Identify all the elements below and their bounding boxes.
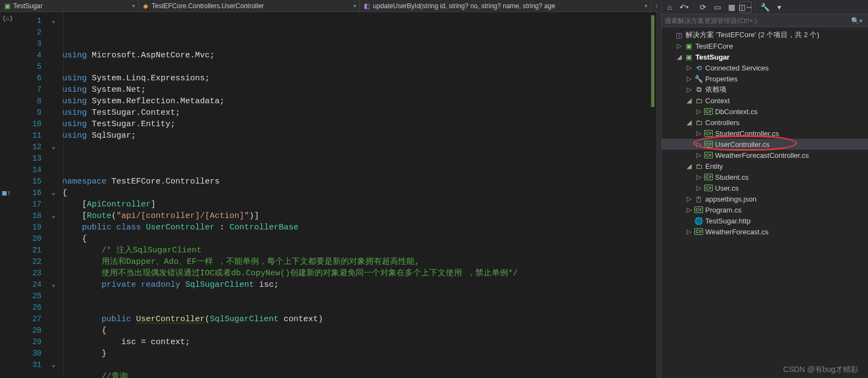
expand-toggle-icon[interactable]: ◢ bbox=[686, 97, 692, 104]
code-line[interactable]: [ApiController] bbox=[62, 199, 649, 210]
code-line[interactable]: //查询 bbox=[62, 371, 649, 378]
fold-toggle[interactable] bbox=[51, 210, 62, 222]
expand-toggle-icon[interactable]: ▷ bbox=[695, 108, 702, 115]
more-button[interactable]: ▾ bbox=[773, 1, 785, 13]
tree-node[interactable]: ▷⧉依赖项 bbox=[662, 84, 868, 95]
code-line[interactable]: using TestSugar.Context; bbox=[62, 107, 649, 119]
code-line[interactable]: public class UserController : Controller… bbox=[62, 222, 649, 233]
code-line[interactable]: using SqlSugar; bbox=[62, 130, 649, 141]
split-editor-button[interactable]: ⫞ bbox=[651, 2, 661, 10]
breadcrumb-method[interactable]: ◧ updateUserById(string id, string? no, … bbox=[360, 0, 651, 11]
properties-button[interactable]: 🔧 bbox=[759, 1, 771, 13]
tree-node[interactable]: 🌐TestSugar.http bbox=[662, 215, 868, 226]
tree-node[interactable]: ▷⟲Connected Services bbox=[662, 62, 868, 73]
code-line[interactable] bbox=[62, 61, 649, 73]
expand-toggle-icon[interactable]: ▷ bbox=[695, 173, 702, 181]
tree-node[interactable]: ◫解决方案 'TestEFCore' (2 个项目，共 2 个) bbox=[662, 29, 868, 40]
code-line[interactable]: using System.Linq.Expressions; bbox=[62, 73, 649, 84]
dependencies-icon: ⧉ bbox=[694, 85, 703, 94]
fold-toggle[interactable] bbox=[51, 279, 62, 291]
tree-node[interactable]: ▷▣TestEFCore bbox=[662, 40, 868, 51]
code-line[interactable] bbox=[62, 291, 649, 302]
code-line[interactable]: { bbox=[62, 325, 649, 336]
expand-toggle-icon[interactable]: ▷ bbox=[686, 195, 692, 203]
code-line[interactable] bbox=[62, 153, 649, 164]
code-line[interactable] bbox=[62, 359, 649, 371]
fold-toggle[interactable] bbox=[51, 187, 62, 199]
view-switch-button[interactable]: ◫↔ bbox=[740, 1, 752, 13]
breadcrumb-project[interactable]: ▣ TestSugar ▾ bbox=[0, 0, 139, 11]
code-line[interactable]: } bbox=[62, 348, 649, 359]
line-number-gutter[interactable]: 1234567891011121314151617181920212223242… bbox=[15, 12, 51, 378]
expand-toggle-icon[interactable]: ▷ bbox=[686, 75, 692, 82]
search-dropdown-icon[interactable]: 🔍▾ bbox=[849, 17, 865, 25]
tree-node[interactable]: ▷C#DbContext.cs bbox=[662, 106, 868, 117]
change-marker bbox=[651, 38, 654, 50]
tree-node[interactable]: ▷C#WeatherForecastController.cs bbox=[662, 150, 868, 161]
code-line[interactable]: /* 注入SqlSugarClient bbox=[62, 245, 649, 256]
code-line[interactable] bbox=[62, 302, 649, 314]
code-content[interactable]: using Microsoft.AspNetCore.Mvc;using Sys… bbox=[62, 12, 649, 378]
tree-node[interactable]: ▷🔧Properties bbox=[662, 73, 868, 84]
expand-toggle-icon[interactable]: ▷ bbox=[695, 140, 702, 148]
solution-tree[interactable]: ◫解决方案 'TestEFCore' (2 个项目，共 2 个)▷▣TestEF… bbox=[662, 27, 868, 378]
tree-node[interactable]: ▷C#User.cs bbox=[662, 182, 868, 193]
home-button[interactable]: ⌂ bbox=[664, 1, 676, 13]
tree-node[interactable]: ▷C#UserController.cs bbox=[662, 139, 868, 150]
code-line[interactable]: namespace TestEFCore.Controllers bbox=[62, 176, 649, 187]
expand-toggle-icon[interactable]: ▷ bbox=[676, 42, 682, 50]
history-icon: ↶ bbox=[680, 3, 686, 11]
expand-toggle-icon[interactable]: ▷ bbox=[686, 64, 692, 72]
reference-glyph-icon[interactable]: ◙↑ bbox=[2, 189, 12, 199]
sync-button[interactable]: ⟳ bbox=[697, 1, 709, 13]
tree-node[interactable]: ◢🗀Context bbox=[662, 95, 868, 106]
tree-node[interactable]: ◢🗀Entity bbox=[662, 161, 868, 172]
chevron-down-icon: ▾ bbox=[642, 3, 647, 9]
tree-node-label: Entity bbox=[705, 162, 723, 170]
code-line[interactable]: public UserController(SqlSugarClient con… bbox=[62, 314, 649, 325]
editor-scrollbar[interactable] bbox=[657, 12, 661, 378]
expand-toggle-icon[interactable]: ◢ bbox=[676, 53, 682, 61]
csharp-file-icon: C# bbox=[704, 141, 713, 147]
code-line[interactable]: { bbox=[62, 233, 649, 245]
tree-node[interactable]: ◢▣TestSugar bbox=[662, 51, 868, 62]
solution-explorer-search[interactable]: 🔍▾ bbox=[662, 14, 868, 27]
code-line[interactable]: 用法和Dapper、Ado、EF一样 ，不能单例，每个上下文都要是新的对象拥有超… bbox=[62, 256, 649, 268]
code-line[interactable] bbox=[62, 164, 649, 176]
back-history-button[interactable]: ↶▾ bbox=[678, 1, 690, 13]
code-line[interactable]: using System.Reflection.Metadata; bbox=[62, 96, 649, 107]
fold-column[interactable] bbox=[51, 12, 62, 378]
expand-toggle-icon[interactable]: ◢ bbox=[686, 162, 692, 170]
tree-node[interactable]: ▷⍞appsettings.json bbox=[662, 193, 868, 204]
code-line[interactable]: using Microsoft.AspNetCore.Mvc; bbox=[62, 50, 649, 61]
code-line[interactable] bbox=[62, 141, 649, 153]
expand-toggle-icon[interactable]: ◢ bbox=[686, 119, 692, 126]
tree-node[interactable]: ▷C#WeatherForecast.cs bbox=[662, 226, 868, 237]
code-line[interactable]: 使用不当出现偶发错误通过IOC或者db.CopyNew()创建新的对象避免同一个… bbox=[62, 268, 649, 279]
code-line[interactable]: using TestSugar.Entity; bbox=[62, 119, 649, 130]
fold-toggle[interactable] bbox=[51, 359, 62, 371]
breadcrumb-class[interactable]: ◆ TestEFCore.Controllers.UserController … bbox=[139, 0, 360, 11]
code-line[interactable]: using System.Net; bbox=[62, 84, 649, 96]
show-all-button[interactable]: ▦ bbox=[725, 1, 737, 13]
code-line[interactable]: { bbox=[62, 187, 649, 199]
tree-node[interactable]: ◢🗀Controllers bbox=[662, 117, 868, 128]
expand-toggle-icon[interactable]: ▷ bbox=[695, 129, 702, 137]
code-line[interactable]: private readonly SqlSugarClient isc; bbox=[62, 279, 649, 291]
line-number: 31 bbox=[15, 359, 42, 371]
fold-toggle[interactable] bbox=[51, 15, 62, 27]
code-line[interactable]: isc = context; bbox=[62, 336, 649, 348]
fold-toggle[interactable] bbox=[51, 141, 62, 153]
expand-toggle-icon[interactable]: ▷ bbox=[686, 86, 692, 93]
line-number: 10 bbox=[15, 119, 42, 130]
expand-toggle-icon[interactable]: ▷ bbox=[695, 184, 702, 192]
tree-node[interactable]: ▷C#Student.cs bbox=[662, 172, 868, 182]
search-input[interactable] bbox=[665, 17, 849, 25]
expand-toggle-icon[interactable]: ▷ bbox=[686, 206, 692, 214]
expand-toggle-icon[interactable]: ▷ bbox=[686, 228, 692, 235]
code-line[interactable]: [Route("api/[controller]/[Action]")] bbox=[62, 210, 649, 222]
collapse-button[interactable]: ▭ bbox=[711, 1, 723, 13]
tree-node[interactable]: ▷C#Program.cs bbox=[662, 204, 868, 215]
tree-node[interactable]: ▷C#StudentController.cs bbox=[662, 128, 868, 139]
expand-toggle-icon[interactable]: ▷ bbox=[695, 151, 702, 159]
